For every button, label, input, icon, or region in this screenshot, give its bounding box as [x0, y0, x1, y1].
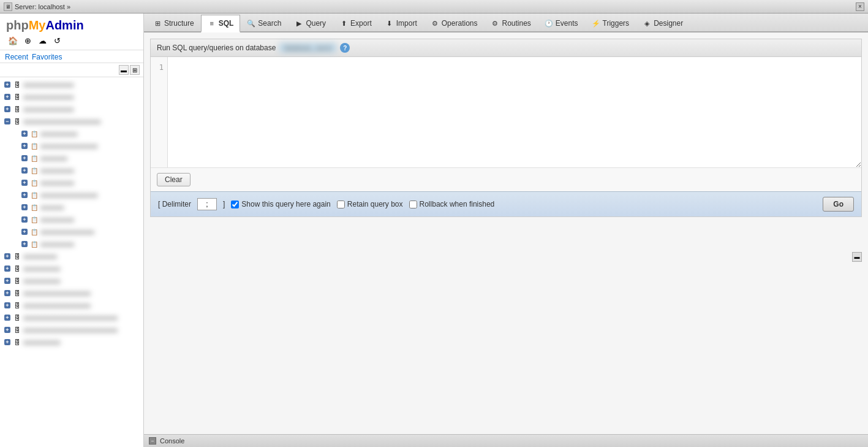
tree-item[interactable]: + 🗄 xxxxxxxxxxxxxxxxxxxxxxxxxxxx [0, 311, 143, 324]
tree-subitem[interactable]: + 📋 xxxxxxxxxxxxxxxxx [0, 189, 143, 201]
tree-label: xxxxxxxxxxx [23, 265, 61, 272]
tree-subitem[interactable]: + 📋 xxxxxxxxxx [0, 164, 143, 177]
sql-panel: Run SQL query/queries on database databa… [150, 39, 862, 217]
line-number-1: 1 [154, 62, 164, 74]
tab-query[interactable]: ▶ Query [288, 15, 333, 31]
add-icon[interactable]: ⊕ [22, 35, 33, 46]
go-button[interactable]: Go [823, 197, 854, 212]
sql-header-text: Run SQL query/queries on database [157, 44, 276, 52]
main-content: ⊞ Structure ≡ SQL 🔍 Search ▶ Query ⬆ Exp… [144, 13, 868, 447]
tree-item[interactable]: + 🗄 xxxxxxxxxxx [0, 262, 143, 275]
tree-label: xxxxxxxxxxx [40, 130, 78, 137]
tree-label: xxxxxxxxxxxxxxxx [40, 228, 94, 235]
tab-structure[interactable]: ⊞ Structure [146, 15, 201, 31]
tree-subitem[interactable]: + 📋 xxxxxxxx [0, 152, 143, 164]
tree-label: xxxxxxxxxxxxxxxxxxxxxxxxxxxx [23, 314, 118, 321]
tree-subitem[interactable]: + 📋 xxxxxxxxxxxxxxxx [0, 226, 143, 238]
table-icon: 📋 [29, 153, 39, 163]
logo-icons: 🏠 ⊕ ☁ ↺ [6, 35, 137, 46]
tree-item[interactable]: + 🗄 xxxxxxxxxxx [0, 275, 143, 287]
tree-item[interactable]: + 🗄 xxxxxxxxxxxxxxx [0, 91, 143, 103]
tree-subitem[interactable]: + 📋 xxxxxxx [0, 201, 143, 213]
tab-operations[interactable]: ⚙ Operations [424, 15, 485, 31]
tree-label: xxxxxxxxxxxxxxxxx [40, 142, 98, 150]
tab-search[interactable]: 🔍 Search [240, 15, 288, 31]
tree-expand-icon: + [2, 276, 12, 286]
tree-expand-icon: + [20, 239, 29, 249]
delimiter-label: [ Delimiter [158, 200, 191, 208]
logo-area: phpMyAdmin 🏠 ⊕ ☁ ↺ [0, 13, 143, 50]
tab-sql[interactable]: ≡ SQL [201, 15, 241, 32]
tree-expand-icon: − [2, 117, 12, 126]
database-badge: database_name [279, 43, 336, 53]
home-icon[interactable]: 🏠 [7, 35, 18, 46]
tab-events[interactable]: 🕐 Events [538, 15, 585, 31]
clear-button[interactable]: Clear [157, 173, 191, 186]
options-bar: [ Delimiter ] Show this query here again… [151, 191, 861, 216]
delimiter-input[interactable] [197, 198, 217, 210]
tree-label: xxxxxxxxxx [23, 253, 57, 260]
tab-export-label: Export [350, 19, 372, 28]
tab-operations-label: Operations [442, 19, 478, 28]
tree-item[interactable]: + 🗄 xxxxxxxxxxxxxxxxxxxx [0, 287, 143, 299]
tree-subitem[interactable]: + 📋 xxxxxxxxxxxxxxxxx [0, 140, 143, 152]
help-icon[interactable]: ? [340, 43, 350, 53]
tree-subitem[interactable]: + 📋 xxxxxxxxxxx [0, 128, 143, 140]
rollback-label: Rollback when finished [420, 200, 495, 208]
tree-item[interactable]: + 🗄 xxxxxxxxxxxxxxxxxxxx [0, 299, 143, 311]
refresh-icon[interactable]: ↺ [51, 35, 62, 46]
tree-item[interactable]: + 🗄 xxxxxxxxxxxxxxx [0, 78, 143, 91]
table-icon: 📋 [29, 141, 39, 151]
tab-import[interactable]: ⬇ Import [379, 15, 424, 31]
rollback-option: Rollback when finished [409, 200, 495, 208]
titlebar-close-button[interactable]: × [856, 2, 864, 11]
tree-label: xxxxxxx [40, 204, 64, 211]
tree-item[interactable]: + 🗄 xxxxxxxxxxx [0, 336, 143, 348]
show-query-checkbox[interactable] [231, 201, 239, 208]
recent-favorites-tabs: Recent Favorites [0, 50, 143, 63]
tab-triggers[interactable]: ⚡ Triggers [585, 15, 636, 31]
tree-item[interactable]: + 🗄 xxxxxxxxxxxxxxxxxxxxxxxxxxxx [0, 324, 143, 336]
tree-expand-icon: + [2, 80, 12, 90]
retain-query-checkbox[interactable] [337, 201, 345, 208]
tree-expand-icon: + [20, 178, 29, 188]
table-icon: 📋 [29, 239, 39, 249]
sidebar-expand-button[interactable]: ⊞ [130, 65, 140, 75]
tree-subitem[interactable]: + 📋 xxxxxxxxxx [0, 213, 143, 226]
tree-expand-icon: + [20, 227, 29, 237]
titlebar: 🖥 Server: localhost » × [0, 0, 868, 13]
tree-expand-icon: + [2, 92, 12, 102]
db-icon: 🗄 [12, 80, 22, 90]
tree-label: xxxxxxxxxxxxxxxxx [40, 191, 98, 199]
db-icon: 🗄 [12, 325, 22, 335]
tree-item[interactable]: + 🗄 xxxxxxxxxx [0, 250, 143, 262]
tree-subitem[interactable]: + 📋 xxxxxxxxxx [0, 177, 143, 189]
tree-subitem[interactable]: + 📋 xxxxxxxxxx [0, 238, 143, 250]
line-numbers: 1 [151, 57, 168, 167]
tree-expand-icon: + [2, 300, 12, 310]
retain-query-label: Retain query box [347, 200, 403, 208]
console-label: Console [160, 437, 184, 445]
tree-item-expanded[interactable]: − 🗄 xxxxxxxxxxxxxxxxxxxxxxx [0, 115, 143, 128]
search-tab-icon: 🔍 [247, 19, 255, 28]
tree-item[interactable]: + 🗄 xxxxxxxxxxxxxxx [0, 103, 143, 115]
scroll-minimize-button[interactable]: ▬ [852, 252, 862, 262]
logo-php: php [6, 18, 29, 32]
console-toggle-button[interactable]: − [149, 437, 156, 445]
tab-designer[interactable]: ◈ Designer [636, 15, 690, 31]
settings-icon[interactable]: ☁ [37, 35, 48, 46]
tab-routines[interactable]: ⚙ Routines [484, 15, 537, 31]
sql-textarea[interactable] [168, 57, 861, 167]
tree-container: + 🗄 xxxxxxxxxxxxxxx + 🗄 xxxxxxxxxxxxxxx … [0, 77, 143, 350]
tree-expand-icon: + [20, 129, 29, 139]
tab-routines-label: Routines [502, 19, 530, 28]
rollback-checkbox[interactable] [409, 201, 417, 208]
tree-expand-icon: + [20, 190, 29, 200]
tab-export[interactable]: ⬆ Export [333, 15, 379, 31]
table-icon: 📋 [29, 166, 39, 175]
tree-expand-icon: + [2, 104, 12, 114]
sidebar-collapse-button[interactable]: ▬ [119, 65, 129, 75]
recent-tab[interactable]: Recent [5, 53, 28, 63]
favorites-tab[interactable]: Favorites [32, 53, 62, 63]
db-icon: 🗄 [12, 264, 22, 273]
